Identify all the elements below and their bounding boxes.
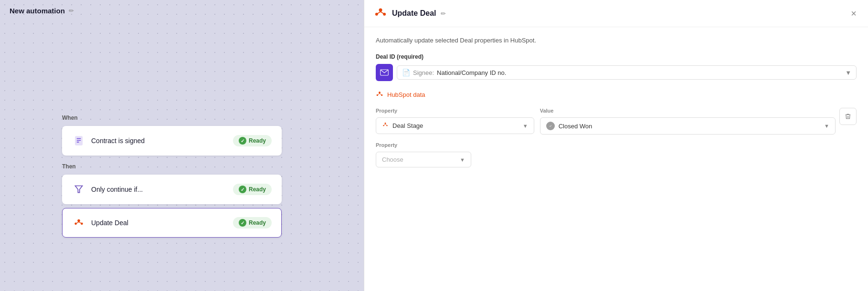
svg-marker-4 xyxy=(75,186,83,193)
hubspot-logo xyxy=(374,7,387,20)
deal-stage-chevron: ▼ xyxy=(523,123,528,129)
delete-property-button[interactable] xyxy=(839,108,857,125)
svg-line-8 xyxy=(79,222,81,223)
card-update-deal[interactable]: Update Deal ✓ Ready xyxy=(62,208,282,238)
card-contract-signed[interactable]: Contract is signed ✓ Ready xyxy=(62,126,282,156)
closed-won-label: Closed Won xyxy=(559,123,593,130)
right-header: Update Deal ✏ × xyxy=(364,0,868,27)
card-contract-title: Contract is signed xyxy=(91,137,145,145)
when-label: When xyxy=(62,114,282,121)
close-button[interactable]: × xyxy=(849,8,858,19)
deal-stage-icon xyxy=(382,122,389,130)
contract-icon xyxy=(72,134,85,147)
card-continue-title: Only continue if... xyxy=(91,186,143,193)
panel-description: Automatically update selected Deal prope… xyxy=(376,37,857,44)
signee-pill: 📄 Signee: National/Company ID no. ▼ xyxy=(397,65,857,80)
property-value-row: Property Deal Stage xyxy=(376,108,857,135)
signee-filter-icon: ▼ xyxy=(845,69,851,76)
value-col-header: Value xyxy=(540,108,836,114)
email-icon-box xyxy=(376,64,393,81)
svg-line-25 xyxy=(384,124,385,125)
svg-point-5 xyxy=(77,219,80,222)
svg-line-14 xyxy=(378,12,381,14)
svg-point-16 xyxy=(379,92,381,94)
deal-id-row: 📄 Signee: National/Company ID no. ▼ xyxy=(376,64,857,81)
choose-placeholder: Choose xyxy=(382,156,403,163)
hubspot-data-icon xyxy=(376,91,383,98)
deal-id-label: Deal ID (required) xyxy=(376,53,857,60)
property-col-header: Property xyxy=(376,108,534,114)
value-column: Value Closed Won ▼ xyxy=(540,108,857,135)
check-icon: ✓ xyxy=(239,137,246,145)
closed-won-icon xyxy=(546,122,555,130)
svg-point-21 xyxy=(385,123,386,124)
top-bar: New automation ✏ xyxy=(0,0,364,21)
svg-line-20 xyxy=(378,94,380,95)
svg-line-19 xyxy=(380,94,381,95)
right-body: Automatically update selected Deal prope… xyxy=(364,27,868,291)
svg-line-9 xyxy=(76,222,79,223)
svg-rect-0 xyxy=(75,136,83,145)
hubspot-data-label: HubSpot data xyxy=(387,91,425,98)
edit-title-icon[interactable]: ✏ xyxy=(69,7,74,14)
svg-point-10 xyxy=(379,9,382,12)
deal-stage-label: Deal Stage xyxy=(392,122,423,129)
svg-line-13 xyxy=(381,12,383,14)
card-continue-badge: ✓ Ready xyxy=(233,184,272,195)
svg-line-24 xyxy=(385,124,387,125)
edit-right-title-icon[interactable]: ✏ xyxy=(441,10,446,17)
property-column: Property Deal Stage xyxy=(376,108,534,134)
closed-won-chevron: ▼ xyxy=(824,123,829,129)
choose-property-select[interactable]: Choose ▼ xyxy=(376,152,471,167)
closed-won-select[interactable]: Closed Won ▼ xyxy=(540,117,836,135)
workflow-content: When Contract is signed ✓ Ready Then Onl… xyxy=(62,114,282,241)
hubspot-data-section: HubSpot data xyxy=(376,91,857,98)
hubspot-card-icon xyxy=(72,216,85,229)
svg-point-6 xyxy=(81,223,83,225)
card-contract-badge: ✓ Ready xyxy=(233,135,272,146)
card-update-badge: ✓ Ready xyxy=(233,217,272,229)
automation-title: New automation xyxy=(10,7,65,15)
right-panel-title: Update Deal xyxy=(392,9,436,18)
choose-chevron: ▼ xyxy=(460,157,465,163)
signee-value: National/Company ID no. xyxy=(437,69,506,76)
signee-label-text: Signee: xyxy=(413,69,434,76)
left-panel: New automation ✏ When Contract is signed… xyxy=(0,0,364,291)
second-property-col-header: Property xyxy=(376,142,857,148)
second-property-row: Property Choose ▼ xyxy=(376,142,857,167)
right-panel: Update Deal ✏ × Automatically update sel… xyxy=(364,0,868,291)
then-label: Then xyxy=(62,163,282,170)
svg-point-7 xyxy=(74,223,77,225)
signee-doc-icon: 📄 xyxy=(402,69,410,76)
deal-stage-select[interactable]: Deal Stage ▼ xyxy=(376,117,534,134)
card-only-continue[interactable]: Only continue if... ✓ Ready xyxy=(62,175,282,204)
card-update-title: Update Deal xyxy=(91,219,128,227)
filter-icon xyxy=(72,183,85,196)
